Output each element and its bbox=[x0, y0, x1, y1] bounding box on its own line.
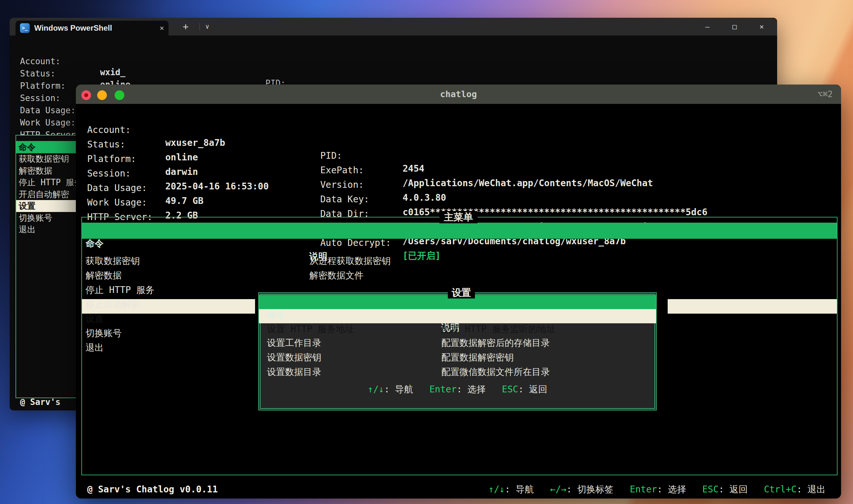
dialog-row[interactable]: 设置数据密钥配置数据解密密钥 bbox=[259, 338, 313, 351]
new-tab-button[interactable]: + bbox=[183, 18, 189, 36]
maximize-button[interactable]: □ bbox=[721, 18, 748, 36]
menu-row[interactable]: 退出 bbox=[82, 328, 126, 341]
info-row: Work Usage: bbox=[10, 106, 40, 117]
powershell-icon: >_ bbox=[20, 23, 30, 33]
value: wxuser_8a7b bbox=[165, 137, 225, 149]
label: ExePath: bbox=[320, 164, 364, 177]
label: PID: bbox=[320, 149, 342, 162]
info-row: HTTP Server: bbox=[10, 119, 40, 129]
ps-statusbar-text: @ Sarv's bbox=[20, 397, 60, 408]
value: 49.7 GB bbox=[165, 195, 204, 208]
powershell-tab-title: Windows PowerShell bbox=[34, 21, 112, 36]
dialog-row-selected[interactable]: 设置 HTTP 服务地址配置 HTTP 服务监听的地址 bbox=[259, 310, 313, 323]
value: /Applications/WeChat.app/Contents/MacOS/… bbox=[403, 177, 653, 190]
value: darwin bbox=[165, 165, 198, 178]
minimize-button[interactable]: – bbox=[694, 18, 721, 36]
menu-row[interactable]: 解密数据解密数据文件 bbox=[82, 256, 126, 269]
info-row: Status: online ExePath: C:\Program Files… bbox=[10, 57, 40, 68]
value: 4.0.3.80 bbox=[403, 191, 446, 204]
tab-dropdown-icon[interactable]: ∨ bbox=[205, 18, 209, 36]
value: 2454 bbox=[403, 162, 424, 175]
menu-row[interactable]: 停止 HTTP 服务停止本地 HTTP & MCP 服务器 bbox=[82, 271, 126, 284]
menu-row[interactable]: 停止自动解密 bbox=[82, 285, 126, 298]
dialog-key-hints: ↑/↓: 导航 Enter: 选择 ESC: 返回 bbox=[259, 383, 656, 396]
menu-row[interactable]: 获取数据密钥从进程获取数据密钥 bbox=[82, 242, 126, 255]
info-row: Work Usage: 2.2 GB Work Dir: /Users/sarv… bbox=[76, 183, 108, 196]
powershell-titlebar: >_ Windows PowerShell ✕ + ∨ – □ ✕ bbox=[10, 18, 777, 36]
label: Data Key: bbox=[320, 193, 369, 206]
info-row: Account: wxuser_8a7b PID: 2454 bbox=[76, 111, 108, 124]
powershell-tab[interactable]: >_ Windows PowerShell ✕ bbox=[16, 21, 169, 36]
info-row: Platform: windows Version: 4.0.3.36 bbox=[10, 69, 40, 80]
value: 2025-04-16 16:53:00 bbox=[165, 180, 268, 193]
info-row: Session: 2025-04-16 16:53:00 Data Key: *… bbox=[10, 82, 40, 93]
info-row: HTTP Server: [已启动] [127.0.0.1:5030] Auto… bbox=[76, 198, 108, 211]
settings-dialog: 设置 命令 说明 设置 HTTP 服务地址配置 HTTP 服务监听的地址 设置工… bbox=[255, 285, 668, 415]
info-row: Data Usage: bbox=[10, 94, 40, 105]
chatlog-titlebar[interactable]: chatlog ⌥⌘2 bbox=[76, 85, 841, 104]
main-menu-header: 命令 说明 bbox=[82, 224, 126, 237]
chatlog-window: chatlog ⌥⌘2 Account: wxuser_8a7b PID: 24… bbox=[76, 85, 841, 499]
info-row: Session: 2025-04-16 16:53:00 Data Key: c… bbox=[76, 154, 108, 167]
close-button[interactable]: ✕ bbox=[748, 18, 775, 36]
menu-row[interactable]: 切换账号 bbox=[82, 314, 126, 327]
dialog-row[interactable]: 设置工作目录配置数据解密后的存储目录 bbox=[259, 324, 313, 337]
menu-row-selected[interactable]: 设置 bbox=[82, 300, 126, 312]
app-version-text: @ Sarv's Chatlog v0.0.11 bbox=[87, 482, 218, 497]
settings-dialog-title: 设置 bbox=[448, 287, 475, 299]
settings-dialog-box: 命令 说明 设置 HTTP 服务地址配置 HTTP 服务监听的地址 设置工作目录… bbox=[258, 292, 657, 410]
label: Version: bbox=[320, 178, 364, 191]
value: online bbox=[165, 151, 198, 164]
dialog-header: 命令 说明 bbox=[259, 295, 313, 308]
window-title: chatlog bbox=[76, 85, 841, 104]
window-shortcut: ⌥⌘2 bbox=[817, 85, 833, 104]
info-row: Platform: darwin Version: 4.0.3.80 bbox=[76, 140, 108, 152]
info-row: Status: online ExePath: /Applications/We… bbox=[76, 125, 108, 138]
dialog-row[interactable]: 设置数据目录配置微信数据文件所在目录 bbox=[259, 353, 313, 365]
tab-close-icon[interactable]: ✕ bbox=[160, 21, 164, 36]
info-row: Data Usage: 49.7 GB Data Dir: /Users/sar… bbox=[76, 169, 108, 182]
desktop-wallpaper: >_ Windows PowerShell ✕ + ∨ – □ ✕ Accoun… bbox=[0, 0, 853, 504]
main-menu-header-band bbox=[82, 223, 837, 239]
window-controls: – □ ✕ bbox=[694, 18, 775, 36]
value: wxid_ bbox=[100, 67, 125, 78]
tab-divider bbox=[199, 23, 200, 31]
main-menu-title: 主菜单 bbox=[439, 211, 477, 223]
statusbar-key-hints: ↑/↓: 导航 ←/→: 切换标签 Enter: 选择 ESC: 返回 Ctrl… bbox=[488, 482, 825, 497]
info-row: Account: wxid_ PID: 14176 bbox=[10, 45, 40, 56]
